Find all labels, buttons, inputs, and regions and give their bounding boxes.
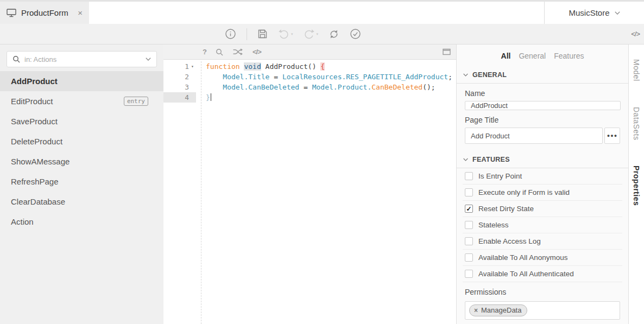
- sidebar-item-deleteproduct[interactable]: DeleteProduct: [0, 131, 163, 151]
- page-title-row: ●●●: [465, 128, 620, 144]
- line-number[interactable]: 3: [163, 82, 196, 92]
- refresh-icon[interactable]: [329, 29, 339, 40]
- section-features-header[interactable]: FEATURES: [457, 151, 628, 168]
- sidebar-item-refreshpage[interactable]: RefreshPage: [0, 171, 163, 192]
- tab-features[interactable]: Features: [554, 52, 584, 60]
- code-line[interactable]: }: [206, 92, 456, 103]
- code-token: [206, 83, 223, 91]
- permission-tag[interactable]: ×ManageData: [469, 304, 527, 316]
- sidebar-item-editproduct[interactable]: EditProductentry: [0, 91, 163, 111]
- tab-productform[interactable]: ProductForm ×: [0, 2, 89, 24]
- sidebar-item-cleardatabase[interactable]: ClearDatabase: [0, 192, 163, 212]
- code-token: Model.CanBeDeleted: [223, 83, 299, 91]
- feature-row-available-to-all-authenticated[interactable]: Available To All Authenticated: [463, 266, 622, 282]
- checkbox[interactable]: [465, 270, 473, 278]
- checkbox-checked[interactable]: ✓: [465, 205, 473, 213]
- name-field-label: Name: [465, 89, 620, 98]
- undo-icon[interactable]: ▾: [278, 28, 293, 40]
- code-line[interactable]: Model.Title = LocalResources.RES_PAGETIT…: [206, 72, 456, 82]
- name-field[interactable]: [465, 101, 621, 110]
- search-input[interactable]: [24, 55, 141, 63]
- code-line[interactable]: function void AddProduct() {: [206, 61, 456, 72]
- help-icon[interactable]: ?: [203, 48, 206, 56]
- toolbar-icon-group: ▾▾: [225, 24, 361, 44]
- permissions-field[interactable]: ×ManageData: [465, 301, 620, 320]
- app-window: ProductForm × MusicStore ▾▾ </>: [0, 0, 644, 324]
- tab-general[interactable]: General: [519, 52, 546, 60]
- code-view-toggle-icon[interactable]: </>: [631, 24, 640, 44]
- save-icon[interactable]: [257, 29, 268, 39]
- line-number-text: 4: [185, 92, 189, 103]
- feature-label: Enable Access Log: [478, 237, 541, 245]
- feature-row-available-to-all-anonymous[interactable]: Available To All Anonymous: [463, 250, 622, 266]
- line-number-text: 2: [185, 72, 189, 82]
- dropdown-caret-icon: ▾: [317, 32, 319, 36]
- code-token: LocalResources.RES_PAGETITLE_AddProduct: [282, 73, 448, 81]
- rail-tab-model[interactable]: Model: [632, 59, 641, 81]
- checkbox[interactable]: [465, 172, 473, 180]
- search-scope-chevron-icon[interactable]: [146, 58, 151, 61]
- code-token: void: [244, 62, 261, 71]
- maximize-icon[interactable]: [443, 48, 451, 55]
- code-token: [206, 73, 223, 81]
- shuffle-icon[interactable]: [232, 48, 243, 56]
- editor-body[interactable]: 1▾234 function void AddProduct() { Model…: [163, 60, 456, 324]
- sidebar-item-showamessage[interactable]: ShowAMessage: [0, 151, 163, 171]
- sidebar-item-addproduct[interactable]: AddProduct: [0, 71, 163, 91]
- line-number-text: 1: [185, 61, 189, 72]
- project-selector[interactable]: MusicStore: [544, 2, 644, 24]
- sidebar-item-action[interactable]: Action: [0, 212, 163, 232]
- fold-caret-icon[interactable]: ▾: [189, 61, 196, 72]
- code-token: function: [206, 62, 240, 71]
- main-toolbar: ▾▾ </>: [0, 24, 644, 45]
- action-item-label: ClearDatabase: [11, 197, 65, 206]
- rail-tab-properties[interactable]: Properties: [632, 166, 641, 206]
- remove-tag-icon[interactable]: ×: [474, 307, 478, 314]
- actions-search-box[interactable]: [7, 51, 157, 67]
- tab-strip-empty-area: [89, 2, 544, 24]
- action-item-label: SaveProduct: [11, 117, 58, 126]
- code-token: AddProduct(): [261, 62, 321, 71]
- code-icon[interactable]: </>: [252, 48, 261, 56]
- feature-row-reset-dirty-state[interactable]: ✓Reset Dirty State: [463, 201, 622, 217]
- code-editor: ?</> 1▾234 function void AddProduct() { …: [163, 45, 456, 324]
- code-token: CanBeDeleted: [371, 83, 422, 91]
- sidebar-item-saveproduct[interactable]: SaveProduct: [0, 111, 163, 131]
- feature-label: Execute only if Form is valid: [478, 188, 570, 196]
- section-general-header[interactable]: GENERAL: [457, 66, 628, 84]
- entry-badge: entry: [124, 97, 148, 106]
- line-number[interactable]: 1▾: [163, 61, 196, 72]
- check-circle-icon[interactable]: [350, 28, 361, 40]
- code-line[interactable]: Model.CanBeDeleted = Model.Product.CanBe…: [206, 82, 456, 92]
- info-icon[interactable]: [225, 28, 236, 40]
- section-features-title: FEATURES: [472, 156, 510, 163]
- line-number[interactable]: 2: [163, 72, 196, 82]
- line-number[interactable]: 4: [163, 92, 196, 103]
- feature-row-stateless[interactable]: Stateless: [463, 217, 622, 233]
- checkbox[interactable]: [465, 253, 473, 262]
- redo-icon[interactable]: ▾: [304, 28, 319, 40]
- dropdown-caret-icon: ▾: [291, 32, 293, 36]
- feature-row-is-entry-point[interactable]: Is Entry Point: [463, 168, 622, 185]
- search-icon: [12, 55, 20, 63]
- tab-all[interactable]: All: [501, 52, 511, 60]
- code-pane[interactable]: function void AddProduct() { Model.Title…: [201, 61, 456, 324]
- code-token: }: [206, 93, 210, 101]
- page-title-field[interactable]: [465, 128, 603, 144]
- project-selector-label: MusicStore: [569, 8, 609, 17]
- code-token: =: [269, 73, 282, 81]
- checkbox[interactable]: [465, 221, 473, 229]
- section-general-title: GENERAL: [472, 71, 507, 79]
- collapse-chevron-icon: [463, 158, 468, 161]
- close-icon[interactable]: ×: [78, 9, 83, 17]
- feature-row-execute-only-if-form-is-valid[interactable]: Execute only if Form is valid: [463, 185, 622, 201]
- toolbar-divider: [247, 28, 247, 40]
- feature-label: Is Entry Point: [478, 172, 522, 180]
- checkbox[interactable]: [465, 237, 473, 245]
- search-icon[interactable]: [216, 48, 223, 56]
- action-item-label: DeleteProduct: [11, 137, 62, 146]
- rail-tab-datasets[interactable]: DataSets: [632, 107, 641, 141]
- checkbox[interactable]: [465, 188, 473, 196]
- feature-row-enable-access-log[interactable]: Enable Access Log: [463, 233, 622, 250]
- more-options-button[interactable]: ●●●: [604, 128, 620, 144]
